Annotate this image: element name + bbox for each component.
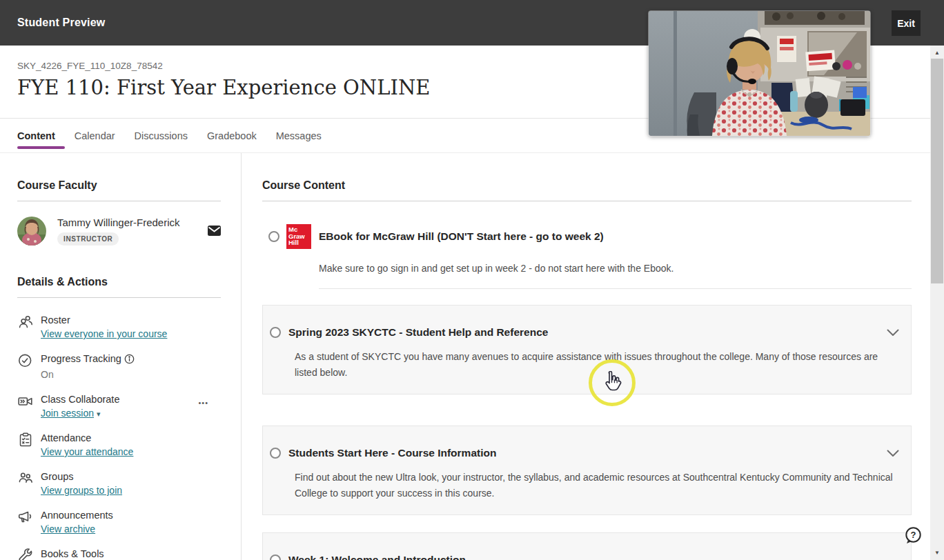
- folder-title[interactable]: Students Start Here - Course Information: [288, 447, 496, 459]
- info-icon[interactable]: [124, 355, 135, 366]
- divider: [319, 288, 912, 289]
- mcgraw-hill-logo: Mc Graw Hill: [286, 224, 311, 249]
- groups-label: Groups: [41, 470, 122, 483]
- sidebar-item-roster: Roster View everyone in your course: [17, 313, 221, 341]
- sidebar-item-groups: Groups View groups to join: [17, 470, 221, 498]
- webcam-video-overlay: [649, 11, 870, 136]
- folder-description: Find out about the new Ultra look, your …: [295, 470, 897, 501]
- scroll-down-arrow[interactable]: ▼: [930, 547, 944, 559]
- join-session-link[interactable]: Join session: [41, 408, 94, 419]
- message-instructor-button[interactable]: [208, 226, 221, 239]
- roster-people-icon: [17, 313, 35, 341]
- folder-title[interactable]: Week 1: Welcome and Introduction: [288, 554, 466, 560]
- progress-tracking-status: On: [41, 368, 135, 382]
- instructor-role-badge: INSTRUCTOR: [57, 232, 119, 246]
- progress-tracking-label: Progress Tracking: [41, 352, 135, 368]
- vertical-scrollbar[interactable]: ▲ ▼: [930, 46, 944, 560]
- sidebar-item-progress-tracking: Progress Tracking On: [17, 352, 221, 382]
- content-area: Course Faculty Tammy W: [0, 153, 944, 560]
- folder-status-circle[interactable]: [270, 448, 281, 459]
- sidebar-item-announcements: Announcements View archive: [17, 508, 221, 537]
- content-folder-week1[interactable]: Week 1: Welcome and Introduction: [262, 532, 912, 560]
- course-content-heading: Course Content: [262, 179, 912, 192]
- video-camera-icon: [17, 392, 35, 421]
- divider: [17, 297, 221, 298]
- folder-description: As a student of SKYCTC you have many ave…: [295, 349, 897, 381]
- expand-folder-button[interactable]: [887, 327, 899, 339]
- course-faculty-heading: Course Faculty: [17, 179, 221, 192]
- course-content-panel: Course Content Mc Graw Hill EBook for Mc…: [262, 153, 912, 560]
- tab-messages[interactable]: Messages: [276, 119, 322, 152]
- caret-down-icon[interactable]: ▾: [97, 410, 101, 418]
- groups-icon: [17, 470, 35, 498]
- student-preview-label: Student Preview: [17, 17, 105, 29]
- content-item-ebook: Mc Graw Hill EBook for McGraw Hill (DON'…: [268, 224, 912, 289]
- class-collaborate-label: Class Collaborate: [41, 392, 119, 406]
- announcements-link[interactable]: View archive: [41, 522, 113, 537]
- instructor-avatar[interactable]: [17, 217, 46, 246]
- attendance-label: Attendance: [41, 431, 133, 445]
- presenter-video-frame: [649, 11, 870, 136]
- groups-link[interactable]: View groups to join: [41, 483, 122, 498]
- help-button[interactable]: ?: [904, 526, 923, 545]
- tab-discussions[interactable]: Discussions: [135, 119, 188, 152]
- sidebar-item-attendance: Attendance View your attendance: [17, 431, 221, 459]
- folder-header: Week 1: Welcome and Introduction: [270, 554, 897, 560]
- instructor-name: Tammy Willinger-Frederick: [57, 217, 180, 228]
- exit-label: Exit: [897, 18, 915, 29]
- books-tools-label: Books & Tools: [41, 547, 169, 560]
- megaphone-icon: [17, 508, 35, 537]
- ebook-status-circle[interactable]: [268, 231, 279, 242]
- content-folder-start-here[interactable]: Students Start Here - Course Information…: [262, 426, 912, 515]
- page-title: FYE 110: First Year Experience ONLINE: [17, 76, 430, 99]
- roster-label: Roster: [41, 313, 167, 327]
- roster-link[interactable]: View everyone in your course: [41, 327, 167, 341]
- folder-header: Spring 2023 SKYCTC - Student Help and Re…: [270, 326, 897, 339]
- scroll-up-arrow[interactable]: ▲: [930, 47, 944, 59]
- announcements-label: Announcements: [41, 508, 113, 522]
- divider: [262, 201, 912, 201]
- tab-content[interactable]: Content: [17, 119, 55, 152]
- ebook-header: Mc Graw Hill EBook for McGraw Hill (DON'…: [268, 224, 912, 249]
- collaborate-options-button[interactable]: •••: [198, 399, 208, 407]
- sidebar-item-class-collaborate: Class Collaborate Join session▾ •••: [17, 392, 221, 421]
- chevron-down-icon: [887, 450, 899, 457]
- sidebar-divider: [241, 153, 242, 560]
- tab-calendar[interactable]: Calendar: [75, 119, 115, 152]
- student-preview-page: Student Preview Exit SKY_4226_FYE_110_10…: [0, 0, 944, 560]
- instructor-row: Tammy Willinger-Frederick INSTRUCTOR: [17, 217, 221, 246]
- expand-folder-button[interactable]: [887, 448, 899, 460]
- instructor-info: Tammy Willinger-Frederick INSTRUCTOR: [57, 217, 180, 246]
- wrench-icon: [17, 547, 35, 560]
- course-sidebar: Course Faculty Tammy W: [17, 153, 221, 560]
- course-id: SKY_4226_FYE_110_10Z8_78542: [17, 61, 163, 71]
- folder-status-circle[interactable]: [270, 327, 281, 338]
- avatar-photo-illustration: [17, 217, 46, 246]
- exit-preview-button[interactable]: Exit: [892, 10, 921, 36]
- divider: [17, 201, 221, 201]
- svg-text:?: ?: [911, 530, 916, 540]
- scrollbar-thumb[interactable]: [931, 59, 943, 283]
- help-question-icon: ?: [904, 526, 923, 545]
- details-actions-heading: Details & Actions: [17, 276, 221, 288]
- folder-title[interactable]: Spring 2023 SKYCTC - Student Help and Re…: [288, 326, 548, 339]
- folder-header: Students Start Here - Course Information: [270, 447, 897, 459]
- sidebar-item-books-tools: Books & Tools View course & institution …: [17, 547, 221, 560]
- folder-status-circle[interactable]: [270, 554, 281, 560]
- chevron-down-icon: [887, 329, 899, 337]
- progress-check-icon: [17, 352, 35, 382]
- envelope-icon: [208, 226, 221, 236]
- ebook-title-link[interactable]: EBook for McGraw Hill (DON'T Start here …: [319, 230, 604, 243]
- content-folder-student-help[interactable]: Spring 2023 SKYCTC - Student Help and Re…: [262, 305, 912, 394]
- tab-gradebook[interactable]: Gradebook: [207, 119, 257, 152]
- ebook-description: Make sure to go sign in and get set up i…: [319, 263, 912, 274]
- details-actions-list: Roster View everyone in your course Prog…: [17, 313, 221, 560]
- attendance-link[interactable]: View your attendance: [41, 445, 133, 459]
- attendance-clipboard-icon: [17, 431, 35, 459]
